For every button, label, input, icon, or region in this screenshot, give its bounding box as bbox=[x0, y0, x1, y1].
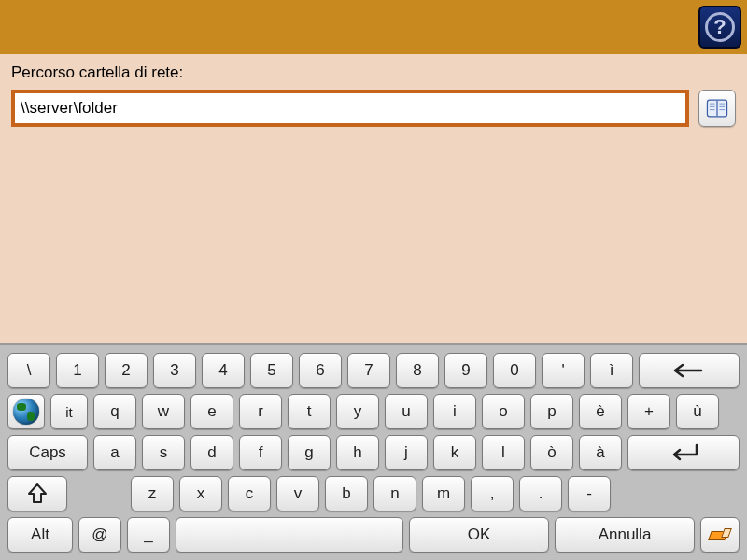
key-b[interactable]: b bbox=[325, 476, 368, 511]
key-x[interactable]: x bbox=[179, 476, 222, 511]
key-alt[interactable]: Alt bbox=[7, 517, 73, 553]
key-i[interactable]: i bbox=[433, 394, 476, 429]
help-button[interactable]: ? bbox=[698, 6, 741, 49]
key-c[interactable]: c bbox=[228, 476, 271, 511]
key-o[interactable]: o bbox=[482, 394, 525, 429]
key-plus[interactable]: + bbox=[627, 394, 670, 429]
key-t[interactable]: t bbox=[288, 394, 331, 429]
content-area: Percorso cartella di rete: bbox=[0, 54, 747, 127]
key-underscore[interactable]: _ bbox=[127, 517, 170, 553]
key-hyphen[interactable]: - bbox=[568, 476, 611, 511]
key-u-grave[interactable]: ù bbox=[676, 394, 719, 429]
key-3[interactable]: 3 bbox=[153, 353, 196, 388]
keyboard-row-4: z x c v b n m , . - bbox=[7, 476, 740, 511]
key-backspace[interactable] bbox=[639, 353, 740, 388]
key-language-globe[interactable] bbox=[7, 394, 45, 429]
key-a[interactable]: a bbox=[93, 435, 136, 470]
key-9[interactable]: 9 bbox=[444, 353, 487, 388]
key-4[interactable]: 4 bbox=[202, 353, 245, 388]
key-6[interactable]: 6 bbox=[299, 353, 342, 388]
key-i-grave[interactable]: ì bbox=[590, 353, 633, 388]
key-comma[interactable]: , bbox=[471, 476, 514, 511]
key-h[interactable]: h bbox=[336, 435, 379, 470]
key-space[interactable] bbox=[176, 517, 403, 553]
key-d[interactable]: d bbox=[190, 435, 233, 470]
key-u[interactable]: u bbox=[385, 394, 428, 429]
key-7[interactable]: 7 bbox=[347, 353, 390, 388]
key-0[interactable]: 0 bbox=[493, 353, 536, 388]
keyboard-row-5: Alt @ _ OK Annulla bbox=[7, 517, 740, 553]
key-a-grave[interactable]: à bbox=[579, 435, 622, 470]
keyboard-row-2: it q w e r t y u i o p è + ù bbox=[7, 394, 740, 429]
shift-icon bbox=[27, 483, 48, 505]
title-bar: ? bbox=[0, 0, 747, 54]
ok-button[interactable]: OK bbox=[409, 517, 549, 553]
globe-icon bbox=[13, 399, 39, 425]
key-g[interactable]: g bbox=[288, 435, 331, 470]
field-label: Percorso cartella di rete: bbox=[11, 63, 736, 82]
path-input[interactable] bbox=[21, 99, 680, 118]
key-enter[interactable] bbox=[627, 435, 740, 470]
key-period[interactable]: . bbox=[519, 476, 562, 511]
key-q[interactable]: q bbox=[93, 394, 136, 429]
book-icon bbox=[705, 96, 729, 120]
enter-icon bbox=[665, 442, 702, 463]
help-icon: ? bbox=[705, 12, 735, 42]
key-f[interactable]: f bbox=[239, 435, 282, 470]
key-w[interactable]: w bbox=[142, 394, 185, 429]
key-l[interactable]: l bbox=[482, 435, 525, 470]
key-p[interactable]: p bbox=[530, 394, 573, 429]
key-5[interactable]: 5 bbox=[250, 353, 293, 388]
backspace-icon bbox=[673, 362, 705, 379]
key-backslash[interactable]: \ bbox=[7, 353, 50, 388]
cancel-button[interactable]: Annulla bbox=[555, 517, 695, 553]
address-book-button[interactable] bbox=[698, 90, 736, 127]
key-language-code[interactable]: it bbox=[50, 394, 88, 429]
key-caps[interactable]: Caps bbox=[7, 435, 88, 470]
key-r[interactable]: r bbox=[239, 394, 282, 429]
keyboard-row-3: Caps a s d f g h j k l ò à bbox=[7, 435, 740, 470]
key-at[interactable]: @ bbox=[78, 517, 121, 553]
clear-button[interactable] bbox=[700, 517, 740, 553]
key-shift[interactable] bbox=[7, 476, 67, 511]
key-o-grave[interactable]: ò bbox=[530, 435, 573, 470]
key-m[interactable]: m bbox=[422, 476, 465, 511]
eraser-icon bbox=[708, 525, 732, 544]
key-n[interactable]: n bbox=[374, 476, 416, 511]
key-apostrophe[interactable]: ' bbox=[542, 353, 585, 388]
key-j[interactable]: j bbox=[385, 435, 428, 470]
key-1[interactable]: 1 bbox=[56, 353, 99, 388]
key-8[interactable]: 8 bbox=[396, 353, 439, 388]
keyboard-row-1: \ 1 2 3 4 5 6 7 8 9 0 ' ì bbox=[7, 353, 740, 388]
key-2[interactable]: 2 bbox=[105, 353, 148, 388]
key-z[interactable]: z bbox=[131, 476, 174, 511]
key-k[interactable]: k bbox=[433, 435, 476, 470]
on-screen-keyboard: \ 1 2 3 4 5 6 7 8 9 0 ' ì it q w e r t y… bbox=[0, 343, 747, 560]
key-y[interactable]: y bbox=[336, 394, 379, 429]
key-s[interactable]: s bbox=[142, 435, 185, 470]
key-e[interactable]: e bbox=[190, 394, 233, 429]
input-row bbox=[11, 90, 736, 127]
key-v[interactable]: v bbox=[276, 476, 319, 511]
path-input-wrap[interactable] bbox=[11, 90, 689, 127]
key-e-grave[interactable]: è bbox=[579, 394, 622, 429]
